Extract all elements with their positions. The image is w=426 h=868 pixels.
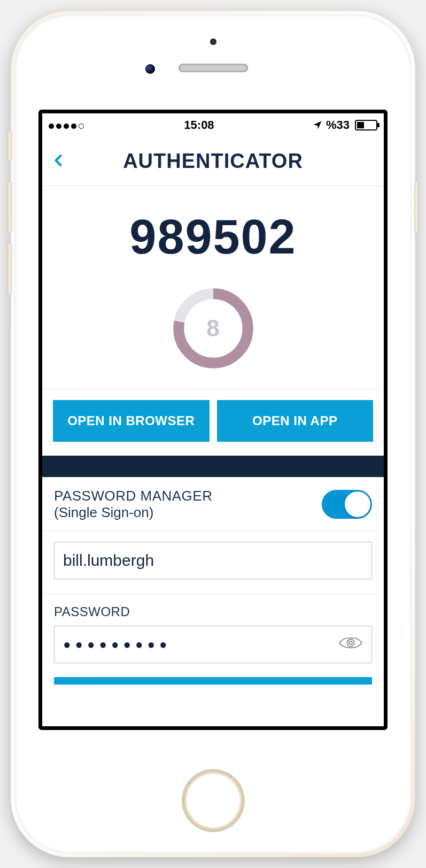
open-in-browser-button[interactable]: OPEN IN BROWSER: [53, 400, 210, 442]
phone-screen: 15:08 %33 AUTHENTICATOR 989502: [38, 110, 388, 730]
username-input[interactable]: [63, 542, 363, 579]
status-right: %33: [312, 118, 377, 132]
chevron-left-icon: [52, 150, 66, 171]
status-time: 15:08: [184, 118, 214, 132]
open-in-app-label: OPEN IN APP: [252, 413, 337, 428]
phone-silence-switch: [7, 131, 12, 160]
phone-device-frame: 15:08 %33 AUTHENTICATOR 989502: [11, 11, 415, 857]
open-in-browser-label: OPEN IN BROWSER: [67, 413, 195, 428]
countdown-seconds: 8: [172, 287, 254, 370]
toggle-knob: [345, 491, 370, 517]
password-mask: ●●●●●●●●●: [63, 637, 171, 652]
bottom-accent-bar: [54, 677, 372, 685]
password-manager-title: PASSWORD MANAGER: [54, 488, 212, 504]
open-in-app-button[interactable]: OPEN IN APP: [217, 400, 374, 442]
back-button[interactable]: [52, 150, 66, 173]
password-manager-section: PASSWORD MANAGER (Single Sign-on) PASSWO…: [42, 477, 384, 685]
location-icon: [312, 120, 323, 130]
password-field[interactable]: ●●●●●●●●●: [54, 626, 372, 663]
app-header: AUTHENTICATOR: [42, 137, 384, 186]
signal-dots: [49, 118, 86, 132]
phone-speaker-grille: [179, 64, 248, 72]
eye-icon: [338, 635, 363, 651]
phone-top-sensor: [210, 39, 216, 45]
svg-point-3: [349, 641, 352, 644]
password-manager-subtitle: (Single Sign-on): [54, 504, 212, 521]
phone-volume-down-button: [7, 243, 12, 294]
phone-camera-dot: [145, 64, 155, 74]
password-label: PASSWORD: [54, 604, 372, 619]
reveal-password-button[interactable]: [338, 635, 363, 655]
battery-icon: [353, 120, 377, 130]
battery-percent-text: %33: [326, 118, 350, 132]
password-block: PASSWORD ●●●●●●●●●: [42, 594, 384, 677]
svg-point-2: [347, 639, 354, 646]
phone-bezel: 15:08 %33 AUTHENTICATOR 989502: [14, 14, 412, 854]
open-buttons-row: OPEN IN BROWSER OPEN IN APP: [42, 389, 384, 456]
section-divider: [42, 456, 384, 477]
password-manager-toggle[interactable]: [322, 490, 372, 519]
password-manager-header-row: PASSWORD MANAGER (Single Sign-on): [42, 477, 384, 531]
status-signal: [49, 118, 86, 132]
header-title: AUTHENTICATOR: [123, 150, 303, 173]
otp-panel: 989502 8: [42, 186, 384, 389]
phone-volume-up-button: [7, 182, 12, 233]
username-block: [42, 531, 384, 594]
home-button[interactable]: [182, 769, 245, 832]
password-manager-labels: PASSWORD MANAGER (Single Sign-on): [54, 488, 212, 521]
status-bar: 15:08 %33: [42, 113, 384, 137]
username-field[interactable]: [54, 542, 372, 579]
countdown-ring: 8: [172, 287, 254, 370]
phone-power-button: [414, 182, 419, 233]
otp-code: 989502: [42, 210, 384, 265]
